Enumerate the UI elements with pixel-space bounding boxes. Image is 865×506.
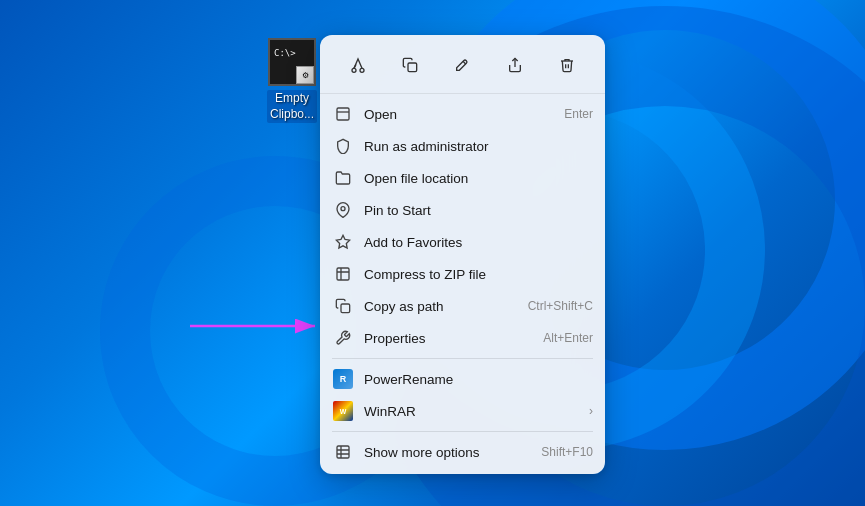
rename-button[interactable] bbox=[444, 47, 480, 83]
menu-item-properties[interactable]: Properties Alt+Enter bbox=[320, 322, 605, 354]
svg-point-7 bbox=[341, 207, 345, 211]
icon-label: Empty Clipbo... bbox=[267, 90, 317, 123]
svg-rect-9 bbox=[337, 268, 349, 280]
svg-rect-10 bbox=[341, 304, 350, 313]
menu-item-copy-as-path[interactable]: Copy as path Ctrl+Shift+C bbox=[320, 290, 605, 322]
icon-image: ⚙ bbox=[268, 38, 316, 86]
compress-icon bbox=[332, 263, 354, 285]
svg-rect-6 bbox=[337, 108, 349, 120]
wrench-icon bbox=[332, 327, 354, 349]
menu-toolbar bbox=[320, 41, 605, 94]
menu-item-show-more-options[interactable]: Show more options Shift+F10 bbox=[320, 436, 605, 468]
winrar-label: WinRAR bbox=[364, 404, 581, 419]
power-rename-label: PowerRename bbox=[364, 372, 593, 387]
menu-separator-1 bbox=[332, 358, 593, 359]
show-more-options-label: Show more options bbox=[364, 445, 529, 460]
svg-marker-8 bbox=[336, 235, 349, 248]
context-menu: Open Enter Run as administrator Open fil… bbox=[320, 35, 605, 474]
winrar-submenu-arrow: › bbox=[589, 404, 593, 418]
properties-label: Properties bbox=[364, 331, 531, 346]
menu-separator-2 bbox=[332, 431, 593, 432]
menu-item-add-to-favorites[interactable]: Add to Favorites bbox=[320, 226, 605, 258]
copy-as-path-shortcut: Ctrl+Shift+C bbox=[528, 299, 593, 313]
properties-shortcut: Alt+Enter bbox=[543, 331, 593, 345]
icon-overlay: ⚙ bbox=[296, 66, 314, 84]
open-icon bbox=[332, 103, 354, 125]
menu-item-open[interactable]: Open Enter bbox=[320, 98, 605, 130]
powerrename-icon: R bbox=[332, 368, 354, 390]
svg-rect-4 bbox=[408, 63, 417, 72]
open-shortcut: Enter bbox=[564, 107, 593, 121]
menu-item-compress-to-zip[interactable]: Compress to ZIP file bbox=[320, 258, 605, 290]
svg-rect-11 bbox=[337, 446, 349, 458]
menu-item-pin-to-start[interactable]: Pin to Start bbox=[320, 194, 605, 226]
open-file-location-label: Open file location bbox=[364, 171, 593, 186]
pin-icon bbox=[332, 199, 354, 221]
run-as-admin-label: Run as administrator bbox=[364, 139, 593, 154]
menu-item-run-as-admin[interactable]: Run as administrator bbox=[320, 130, 605, 162]
svg-point-2 bbox=[352, 68, 356, 72]
share-button[interactable] bbox=[497, 47, 533, 83]
show-more-options-shortcut: Shift+F10 bbox=[541, 445, 593, 459]
folder-icon bbox=[332, 167, 354, 189]
compress-to-zip-label: Compress to ZIP file bbox=[364, 267, 593, 282]
menu-item-winrar[interactable]: W WinRAR › bbox=[320, 395, 605, 427]
menu-item-power-rename[interactable]: R PowerRename bbox=[320, 363, 605, 395]
open-label: Open bbox=[364, 107, 552, 122]
cut-button[interactable] bbox=[340, 47, 376, 83]
add-to-favorites-label: Add to Favorites bbox=[364, 235, 593, 250]
shield-icon bbox=[332, 135, 354, 157]
winrar-icon: W bbox=[332, 400, 354, 422]
delete-button[interactable] bbox=[549, 47, 585, 83]
star-icon bbox=[332, 231, 354, 253]
pin-to-start-label: Pin to Start bbox=[364, 203, 593, 218]
menu-item-open-file-location[interactable]: Open file location bbox=[320, 162, 605, 194]
svg-point-3 bbox=[360, 68, 364, 72]
copy-as-path-label: Copy as path bbox=[364, 299, 516, 314]
arrow-indicator bbox=[185, 316, 325, 336]
path-icon bbox=[332, 295, 354, 317]
more-options-icon bbox=[332, 441, 354, 463]
copy-button[interactable] bbox=[392, 47, 428, 83]
